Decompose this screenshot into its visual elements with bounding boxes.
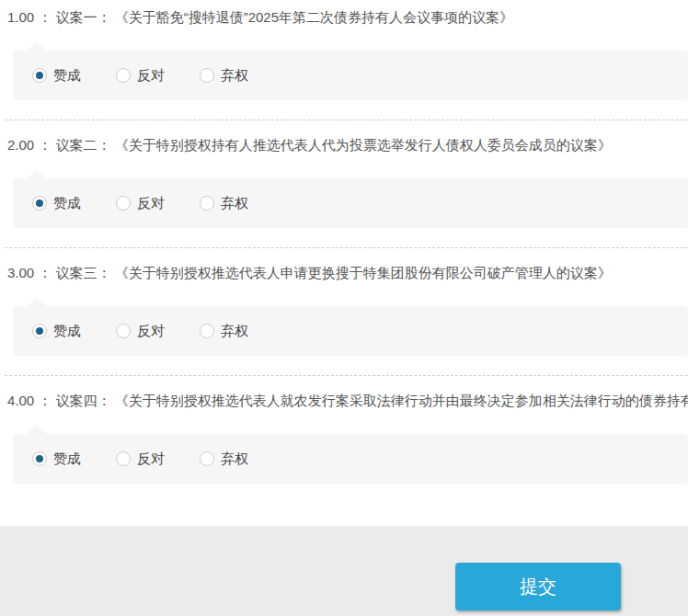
option-label: 赞成: [53, 195, 81, 212]
radio-unselected-icon[interactable]: [116, 451, 131, 466]
option-label: 反对: [137, 451, 165, 468]
proposal-item-1: 1.00 ： 议案一： 《关于豁免“搜特退债”2025年第二次债券持有人会议事项…: [0, 8, 688, 120]
radio-option-oppose[interactable]: 反对: [116, 195, 165, 212]
option-label: 弃权: [221, 195, 248, 212]
options-panel: 赞成 反对 弃权: [13, 51, 688, 100]
radio-unselected-icon[interactable]: [200, 451, 214, 466]
radio-unselected-icon[interactable]: [200, 68, 214, 83]
pointer-arrow-icon: [27, 425, 47, 434]
radio-selected-icon[interactable]: [32, 451, 47, 466]
proposal-item-4: 4.00 ： 议案四： 《关于特别授权推选代表人就农发行案采取法律行动并由最终决…: [0, 392, 688, 484]
radio-option-oppose[interactable]: 反对: [116, 451, 165, 468]
proposal-item-3: 3.00 ： 议案三： 《关于特别授权推选代表人申请更换搜于特集团股份有限公司破…: [0, 264, 688, 376]
options-panel: 赞成 反对 弃权: [13, 434, 688, 484]
option-label: 赞成: [53, 323, 81, 340]
submit-button[interactable]: 提交: [455, 563, 621, 610]
options-panel: 赞成 反对 弃权: [13, 178, 688, 228]
radio-option-oppose[interactable]: 反对: [116, 323, 165, 340]
radio-option-approve[interactable]: 赞成: [32, 451, 81, 468]
radio-selected-icon[interactable]: [32, 196, 47, 211]
option-label: 反对: [137, 323, 165, 340]
proposal-item-2: 2.00 ： 议案二： 《关于特别授权持有人推选代表人代为投票选举发行人债权人委…: [0, 136, 688, 248]
option-label: 反对: [137, 195, 165, 212]
radio-option-oppose[interactable]: 反对: [116, 67, 165, 85]
radio-unselected-icon[interactable]: [116, 68, 131, 83]
dashed-divider: [5, 247, 688, 248]
pointer-arrow-icon: [27, 41, 47, 51]
radio-option-approve[interactable]: 赞成: [32, 67, 81, 85]
radio-selected-icon[interactable]: [32, 324, 47, 338]
options-panel: 赞成 反对 弃权: [13, 306, 688, 356]
option-label: 弃权: [221, 67, 248, 85]
dashed-divider: [5, 120, 688, 120]
dashed-divider: [5, 375, 688, 376]
option-label: 弃权: [221, 323, 248, 340]
radio-option-abstain[interactable]: 弃权: [200, 451, 248, 468]
radio-option-abstain[interactable]: 弃权: [200, 323, 248, 340]
option-label: 反对: [137, 67, 165, 85]
radio-unselected-icon[interactable]: [200, 196, 214, 211]
pointer-arrow-icon: [27, 297, 47, 306]
radio-option-approve[interactable]: 赞成: [32, 323, 81, 340]
option-label: 弃权: [221, 451, 248, 468]
option-label: 赞成: [53, 67, 81, 85]
radio-option-abstain[interactable]: 弃权: [200, 67, 248, 85]
proposal-title: 3.00 ： 议案三： 《关于特别授权推选代表人申请更换搜于特集团股份有限公司破…: [7, 264, 688, 282]
option-label: 赞成: [53, 451, 81, 468]
radio-option-approve[interactable]: 赞成: [32, 195, 81, 212]
proposal-title: 1.00 ： 议案一： 《关于豁免“搜特退债”2025年第二次债券持有人会议事项…: [7, 8, 688, 27]
radio-option-abstain[interactable]: 弃权: [200, 195, 248, 212]
radio-unselected-icon[interactable]: [116, 324, 131, 338]
proposal-title: 4.00 ： 议案四： 《关于特别授权推选代表人就农发行案采取法律行动并由最终决…: [7, 392, 688, 410]
pointer-arrow-icon: [27, 169, 47, 178]
proposal-title: 2.00 ： 议案二： 《关于特别授权持有人推选代表人代为投票选举发行人债权人委…: [7, 136, 688, 154]
radio-unselected-icon[interactable]: [116, 196, 131, 211]
footer-bar: 提交: [0, 526, 688, 616]
radio-selected-icon[interactable]: [32, 68, 47, 83]
radio-unselected-icon[interactable]: [200, 324, 214, 338]
vote-form: 1.00 ： 议案一： 《关于豁免“搜特退债”2025年第二次债券持有人会议事项…: [0, 0, 688, 484]
